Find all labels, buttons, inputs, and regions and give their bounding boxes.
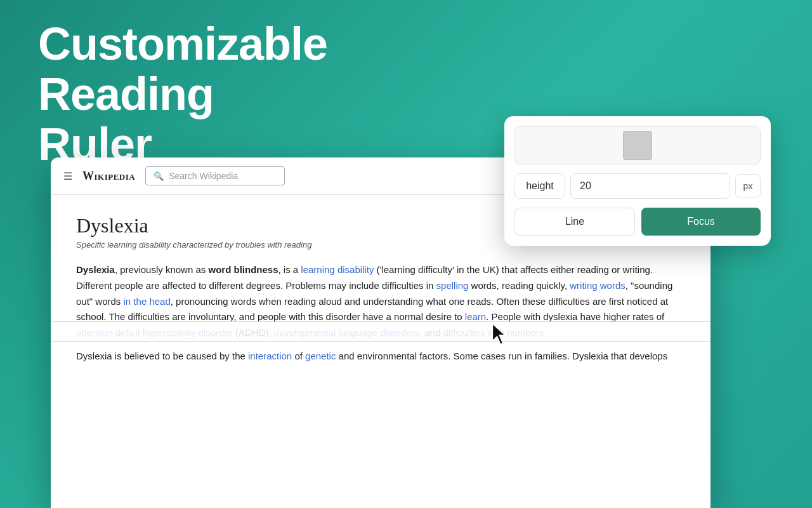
page-title: Customizable Reading Ruler: [38, 19, 482, 170]
search-bar[interactable]: 🔍 Search Wikipedia: [145, 166, 285, 185]
focus-button[interactable]: Focus: [641, 208, 761, 236]
body-bold-dyslexia: Dyslexia: [76, 264, 115, 275]
height-input[interactable]: [570, 173, 730, 199]
search-icon: 🔍: [154, 171, 164, 181]
color-swatch[interactable]: [623, 131, 652, 160]
settings-panel: height px Line Focus: [504, 116, 771, 246]
mode-buttons: Line Focus: [514, 208, 761, 236]
hamburger-icon[interactable]: ☰: [63, 170, 72, 182]
article-body: Dyslexia, previously known as word blind…: [76, 262, 685, 364]
link-interaction[interactable]: interaction: [248, 351, 292, 361]
link-learn[interactable]: learn: [465, 311, 486, 322]
link-in-the-head[interactable]: in the head: [124, 296, 171, 307]
body-paragraph-1: Dyslexia, previously known as word blind…: [76, 262, 685, 341]
search-placeholder: Search Wikipedia: [169, 171, 238, 181]
body-paragraph-2: Dyslexia is believed to be caused by the…: [76, 349, 685, 364]
wikipedia-logo: Wikipedia: [82, 170, 135, 183]
link-developmental-language[interactable]: developmental language disorders: [274, 327, 419, 338]
link-writing-words[interactable]: writing words: [570, 280, 625, 291]
height-row: height px: [514, 173, 761, 199]
line-button[interactable]: Line: [514, 208, 635, 236]
color-preview-row: [514, 126, 761, 164]
height-unit: px: [735, 174, 761, 198]
body-bold-word-blindness: word blindness: [208, 264, 278, 275]
link-learning-disability[interactable]: learning disability: [301, 264, 374, 275]
height-label: height: [514, 173, 565, 199]
link-adhd[interactable]: attention deficit hyperactivity disorder: [76, 327, 233, 338]
link-difficulties-numbers[interactable]: difficulties with numbers: [443, 327, 544, 338]
link-genetic[interactable]: genetic: [305, 351, 336, 361]
link-spelling[interactable]: spelling: [436, 280, 469, 291]
